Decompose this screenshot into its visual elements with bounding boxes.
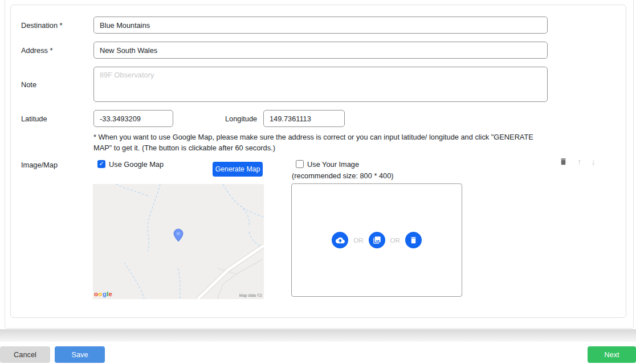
google-map-preview[interactable]: oogle Map data ©2 xyxy=(93,184,264,299)
logo-letter: o xyxy=(98,291,102,297)
cloud-upload-icon xyxy=(336,236,345,245)
recommended-size-text: (recommended size: 800 * 400) xyxy=(292,171,394,180)
image-map-label: Image/Map xyxy=(21,161,58,169)
latitude-input[interactable] xyxy=(93,110,173,127)
map-attribution: Map data ©2 xyxy=(239,293,262,297)
latitude-label: Latitude xyxy=(21,114,47,123)
use-google-map-label: Use Google Map xyxy=(109,160,164,169)
use-google-map-option[interactable]: Use Google Map xyxy=(97,160,164,169)
note-textarea[interactable] xyxy=(93,67,548,102)
google-map-help-text: * When you want to use Google Map, pleas… xyxy=(93,132,552,153)
logo-letter: e xyxy=(108,291,112,297)
save-button[interactable]: Save xyxy=(55,346,105,363)
next-button[interactable]: Next xyxy=(588,346,636,363)
longitude-label: Longitude xyxy=(225,114,257,123)
use-your-image-option[interactable]: Use Your Image xyxy=(296,160,359,169)
or-separator: OR xyxy=(353,237,363,244)
page: Destination * Address * Note Latitude Lo… xyxy=(0,0,636,364)
destination-label: Destination * xyxy=(21,21,63,30)
logo-letter: g xyxy=(103,291,107,297)
longitude-input[interactable] xyxy=(263,110,345,127)
destination-form-card: Destination * Address * Note Latitude Lo… xyxy=(10,5,626,318)
note-label: Note xyxy=(21,80,36,89)
upload-image-button[interactable] xyxy=(332,232,348,248)
remove-image-button[interactable] xyxy=(405,232,422,248)
google-logo: oogle xyxy=(94,291,112,297)
cancel-button[interactable]: Cancel xyxy=(0,346,50,363)
use-google-map-checkbox[interactable] xyxy=(97,160,105,168)
footer-divider xyxy=(0,329,636,342)
arrow-up-icon[interactable]: ↑ xyxy=(577,157,582,166)
trash-icon[interactable] xyxy=(559,157,568,166)
image-map-row-actions: ↑ ↓ xyxy=(559,156,616,167)
photo-library-icon xyxy=(373,236,381,244)
image-upload-dropzone[interactable]: OR OR xyxy=(291,183,462,297)
address-input[interactable] xyxy=(93,42,548,59)
generate-map-button[interactable]: Generate Map xyxy=(213,162,263,177)
arrow-down-icon[interactable]: ↓ xyxy=(592,157,596,166)
use-your-image-checkbox[interactable] xyxy=(296,160,304,168)
destination-input[interactable] xyxy=(93,17,548,34)
or-separator: OR xyxy=(390,237,400,244)
address-label: Address * xyxy=(21,46,52,55)
map-image xyxy=(93,184,264,299)
choose-from-library-button[interactable] xyxy=(369,232,385,248)
trash-icon xyxy=(409,236,418,244)
use-your-image-label: Use Your Image xyxy=(307,160,359,169)
